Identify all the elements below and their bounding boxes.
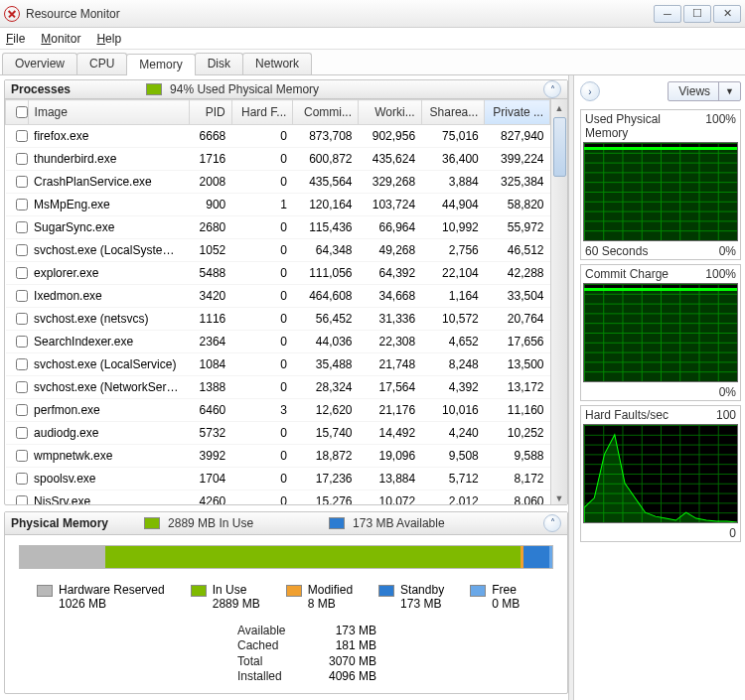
cell: 34,668 [359, 285, 422, 308]
cell: 12,620 [293, 399, 359, 422]
tab-overview[interactable]: Overview [2, 53, 77, 74]
row-checkbox[interactable] [16, 244, 28, 256]
cell: 44,036 [293, 331, 359, 353]
row-checkbox[interactable] [16, 176, 28, 188]
table-row[interactable]: svchost.exe (LocalSystemNet...1052064,34… [6, 239, 550, 262]
column-header[interactable]: Hard F... [231, 100, 293, 125]
graph-plot [583, 142, 738, 241]
row-checkbox[interactable] [16, 473, 28, 485]
scrollbar[interactable]: ▲ ▼ [550, 99, 567, 505]
row-checkbox[interactable] [16, 495, 28, 505]
table-row[interactable]: svchost.exe (NetworkService)1388028,3241… [6, 376, 550, 399]
collapse-icon[interactable]: ˄ [543, 80, 561, 98]
table-row[interactable]: audiodg.exe5732015,74014,4924,24010,252 [6, 422, 550, 445]
table-row[interactable]: CrashPlanService.exe20080435,564329,2683… [6, 171, 550, 194]
views-button[interactable]: Views ▼ [668, 81, 741, 101]
menu-monitor[interactable]: Monitor [41, 32, 80, 46]
cell: 8,060 [485, 490, 550, 505]
menu-file[interactable]: File [6, 32, 25, 46]
row-checkbox[interactable] [16, 199, 28, 210]
cell: svchost.exe (LocalSystemNet... [28, 239, 189, 262]
row-checkbox[interactable] [16, 130, 28, 142]
row-checkbox[interactable] [16, 221, 28, 233]
chevron-down-icon[interactable]: ▼ [718, 82, 740, 100]
row-checkbox[interactable] [16, 427, 28, 439]
column-header[interactable]: Commi... [293, 100, 359, 125]
cell: spoolsv.exe [28, 468, 189, 490]
row-checkbox[interactable] [16, 267, 28, 279]
cell: 1,164 [421, 285, 485, 308]
pm-summary-available: 173 MB Available [353, 516, 445, 530]
minimize-button[interactable]: ─ [654, 5, 681, 23]
cell: 1116 [189, 308, 231, 331]
tab-cpu[interactable]: CPU [76, 53, 127, 74]
scroll-up-icon[interactable]: ▲ [555, 99, 564, 116]
maximize-button[interactable]: ☐ [683, 5, 711, 23]
row-checkbox[interactable] [16, 336, 28, 348]
cell: 5,712 [421, 468, 485, 490]
table-row[interactable]: MsMpEng.exe9001120,164103,72444,90458,82… [6, 194, 550, 216]
legend-value: 0 MB [492, 597, 520, 611]
column-header[interactable]: Sharea... [421, 100, 485, 125]
table-row[interactable]: explorer.exe54880111,05664,39222,10442,2… [6, 262, 550, 285]
table-row[interactable]: SugarSync.exe26800115,43666,96410,99255,… [6, 216, 550, 239]
column-header[interactable]: Private ... [485, 100, 550, 125]
table-row[interactable]: svchost.exe (LocalService)1084035,48821,… [6, 353, 550, 376]
cell: 1052 [189, 239, 231, 262]
expand-right-icon[interactable]: › [580, 81, 600, 101]
pm-title: Physical Memory [11, 516, 108, 530]
table-row[interactable]: wmpnetwk.exe3992018,87219,0969,5089,588 [6, 445, 550, 468]
table-row[interactable]: NisSrv.exe4260015,27610,0722,0128,060 [6, 490, 550, 505]
panel-processes-header[interactable]: Processes 94% Used Physical Memory ˄ [5, 80, 567, 99]
process-table: ImagePIDHard F...Commi...Worki...Sharea.… [5, 99, 550, 505]
scroll-down-icon[interactable]: ▼ [555, 490, 564, 505]
row-checkbox[interactable] [16, 290, 28, 302]
row-checkbox[interactable] [16, 450, 28, 462]
row-checkbox[interactable] [16, 153, 28, 165]
cell: 827,940 [485, 125, 550, 148]
table-row[interactable]: spoolsv.exe1704017,23613,8845,7128,172 [6, 468, 550, 490]
table-row[interactable]: firefox.exe66680873,708902,95675,016827,… [6, 125, 550, 148]
column-header[interactable]: Image [28, 100, 189, 125]
row-checkbox[interactable] [16, 313, 28, 325]
row-checkbox[interactable] [16, 404, 28, 416]
cell: 464,608 [293, 285, 359, 308]
legend-value: 173 MB [400, 597, 444, 611]
menu-help[interactable]: Help [96, 32, 121, 46]
legend-value: 2889 MB [213, 597, 260, 611]
column-header[interactable]: PID [189, 100, 231, 125]
table-row[interactable]: thunderbird.exe17160600,872435,62436,400… [6, 148, 550, 171]
window-title: Resource Monitor [26, 7, 120, 21]
column-header[interactable]: Worki... [359, 100, 422, 125]
table-row[interactable]: perfmon.exe6460312,62021,17610,01611,160 [6, 399, 550, 422]
cell: 3420 [189, 285, 231, 308]
cell: 21,176 [359, 399, 422, 422]
cell: CrashPlanService.exe [28, 171, 189, 194]
tab-disk[interactable]: Disk [195, 53, 243, 74]
tabstrip: Overview CPU Memory Disk Network [0, 50, 745, 75]
graph-plot [583, 283, 738, 382]
row-checkbox[interactable] [16, 358, 28, 370]
cell: SugarSync.exe [28, 216, 189, 239]
row-checkbox[interactable] [16, 381, 28, 393]
table-row[interactable]: Ixedmon.exe34200464,60834,6681,16433,504 [6, 285, 550, 308]
cell: 0 [231, 285, 293, 308]
collapse-icon[interactable]: ˄ [543, 514, 561, 532]
select-all-checkbox[interactable] [16, 106, 28, 118]
table-row[interactable]: SearchIndexer.exe2364044,03622,3084,6521… [6, 331, 550, 353]
cell: 49,268 [359, 239, 422, 262]
tab-memory[interactable]: Memory [126, 54, 195, 75]
panel-processes-title: Processes [11, 82, 71, 96]
cell: 58,820 [485, 194, 550, 216]
panel-physical-memory-header[interactable]: Physical Memory 2889 MB In Use 173 MB Av… [5, 512, 567, 535]
tab-network[interactable]: Network [242, 53, 312, 74]
legend-value: 1026 MB [59, 597, 165, 611]
scroll-thumb[interactable] [553, 117, 566, 177]
table-row[interactable]: svchost.exe (netsvcs)1116056,45231,33610… [6, 308, 550, 331]
close-button[interactable]: ✕ [713, 5, 741, 23]
cell: 111,056 [293, 262, 359, 285]
cell: 20,764 [485, 308, 550, 331]
cell: 19,096 [359, 445, 422, 468]
cell: thunderbird.exe [28, 148, 189, 171]
graph: Commit Charge 100% 0% [580, 264, 741, 401]
